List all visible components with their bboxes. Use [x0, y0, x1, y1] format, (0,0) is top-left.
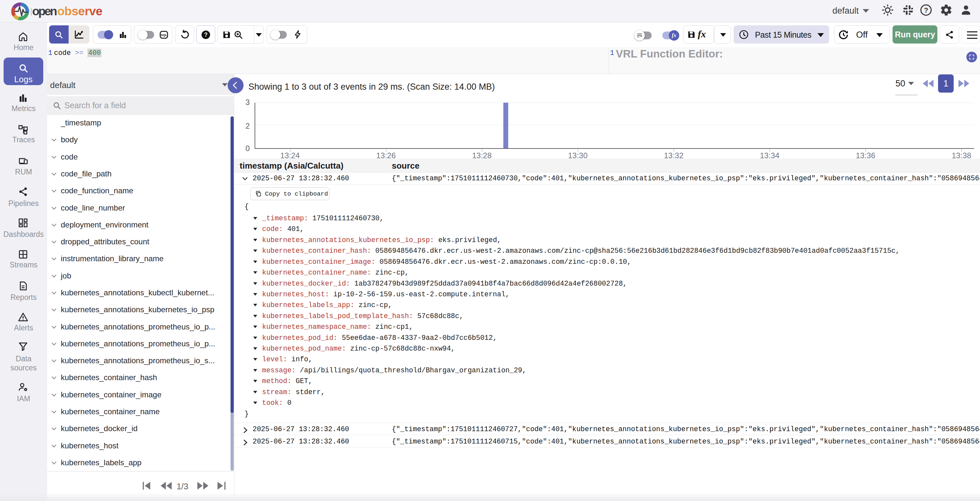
svg-text:observe: observe [57, 5, 102, 18]
svg-text:SQL: SQL [161, 33, 167, 37]
svg-text:?: ? [204, 32, 208, 38]
svg-text:open: open [32, 5, 57, 18]
svg-text:?: ? [924, 6, 928, 14]
